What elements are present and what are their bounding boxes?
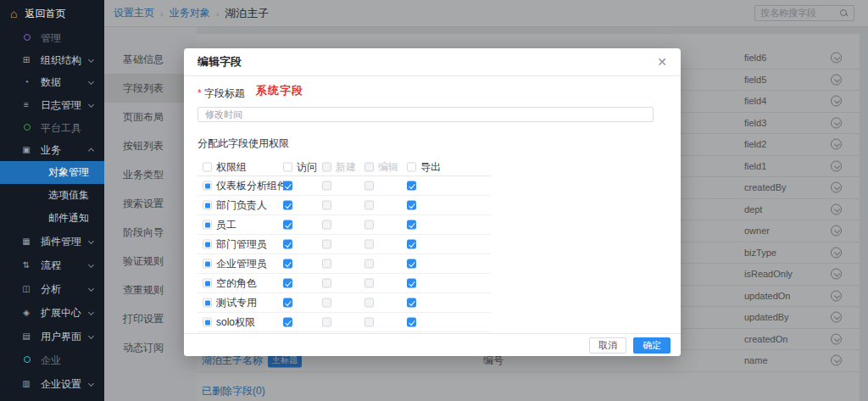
sidebar-item-yonghujiemian[interactable]: ▤ 用户界面 xyxy=(0,325,104,348)
permission-table-header: 权限组 访问 新建 编辑 导出 xyxy=(198,159,491,176)
access-checkbox[interactable] xyxy=(283,201,292,210)
access-all-checkbox[interactable] xyxy=(283,163,292,172)
export-checkbox[interactable] xyxy=(407,220,416,230)
create-checkbox xyxy=(322,259,331,269)
org-icon: ⊞ xyxy=(21,56,31,64)
access-checkbox[interactable] xyxy=(283,181,292,191)
building-icon: ▥ xyxy=(21,380,31,388)
close-icon[interactable]: ✕ xyxy=(657,56,667,68)
sidebar-item-pingtaigongju[interactable]: 平台工具 xyxy=(0,117,104,139)
create-checkbox xyxy=(322,181,331,191)
access-checkbox[interactable] xyxy=(283,240,292,249)
edit-checkbox xyxy=(364,298,374,308)
sidebar-home[interactable]: ⌂ 返回首页 xyxy=(0,0,104,27)
export-checkbox[interactable] xyxy=(407,318,416,327)
chevron-down-icon xyxy=(88,238,94,244)
export-checkbox[interactable] xyxy=(407,259,416,269)
sidebar-item-liucheng[interactable]: ⇅ 流程 xyxy=(0,253,104,277)
access-checkbox[interactable] xyxy=(283,279,292,288)
create-checkbox xyxy=(322,279,331,288)
permission-row: 仪表板分析组件 xyxy=(198,176,491,196)
export-checkbox[interactable] xyxy=(407,279,416,288)
access-checkbox[interactable] xyxy=(283,220,292,230)
permission-row: solo权限 xyxy=(198,313,491,332)
sidebar-item-qiyeshezhi[interactable]: ▥ 企业设置 xyxy=(0,372,104,396)
home-label: 返回首页 xyxy=(25,7,65,21)
group-checkbox[interactable] xyxy=(203,181,212,191)
access-checkbox[interactable] xyxy=(283,318,292,327)
home-icon: ⌂ xyxy=(10,8,17,19)
group-checkbox[interactable] xyxy=(203,201,212,210)
group-checkbox[interactable] xyxy=(203,240,212,249)
ok-button[interactable]: 确定 xyxy=(633,337,670,354)
chart-icon: ◫ xyxy=(21,285,31,293)
sidebar-item-rizhiguanli[interactable]: ≡ 日志管理 xyxy=(0,93,104,117)
create-checkbox xyxy=(322,240,331,249)
layout-icon: ▤ xyxy=(21,332,31,341)
edit-checkbox xyxy=(364,201,374,210)
sidebar-subitem-duixiangguanli[interactable]: 对象管理 xyxy=(0,161,104,184)
sidebar-item-yewu[interactable]: ▣ 业务 xyxy=(0,139,104,161)
circle-icon xyxy=(21,124,31,132)
chevron-down-icon xyxy=(88,57,94,63)
group-checkbox[interactable] xyxy=(203,279,212,288)
cancel-button[interactable]: 取消 xyxy=(589,337,626,354)
permission-row: 企业管理员 xyxy=(198,254,491,274)
sidebar-subitem-youjiantongzhi[interactable]: 邮件通知 xyxy=(0,207,104,230)
list-icon: ≡ xyxy=(21,101,31,109)
create-checkbox xyxy=(322,201,331,210)
chevron-down-icon xyxy=(88,262,94,268)
sidebar-subitem-xuanxiangzhiji[interactable]: 选项值集 xyxy=(0,184,104,207)
edit-checkbox xyxy=(364,220,374,230)
access-checkbox[interactable] xyxy=(283,259,292,269)
permission-list: 仪表板分析组件 部门负责人 员工 xyxy=(198,176,491,346)
edit-all-checkbox xyxy=(364,163,374,172)
group-checkbox[interactable] xyxy=(203,220,212,230)
sidebar-item-zuzhijiegou[interactable]: ⊞ 组织结构 xyxy=(0,49,104,71)
permission-row: 空的角色 xyxy=(198,274,491,293)
chevron-down-icon xyxy=(88,286,94,292)
sidebar-item-kuozhanzhongxin[interactable]: ◈ 扩展中心 xyxy=(0,301,104,325)
briefcase-icon: ▣ xyxy=(21,146,31,154)
group-checkbox[interactable] xyxy=(203,318,212,327)
permission-row: 部门管理员 xyxy=(198,235,491,254)
chevron-down-icon xyxy=(88,309,94,315)
puzzle-icon: ◈ xyxy=(21,309,31,317)
create-checkbox xyxy=(322,220,331,230)
sidebar-item-qiye[interactable]: 企业 xyxy=(0,348,104,372)
perm-section-title: 分配此字段使用权限 xyxy=(198,136,667,151)
sidebar-item-chajianguanli[interactable]: ▦ 插件管理 xyxy=(0,230,104,253)
edit-checkbox xyxy=(364,318,374,327)
modal-title: 编辑字段 xyxy=(198,54,242,70)
edit-field-modal: 编辑字段 ✕ *字段标题 系统字段 修改时间 分配此字段使用权限 权限组 访问 … xyxy=(184,48,681,356)
app: ⌂ 返回首页 管理 ⊞ 组织结构 ◔ 数据 ≡ 日志管理 平台工具 ▣ 业务 对… xyxy=(0,0,868,401)
export-checkbox[interactable] xyxy=(407,240,416,249)
export-checkbox[interactable] xyxy=(407,298,416,308)
permission-row: 部门负责人 xyxy=(198,196,491,215)
chevron-down-icon xyxy=(88,79,94,85)
export-checkbox[interactable] xyxy=(407,181,416,191)
export-checkbox[interactable] xyxy=(407,201,416,210)
group-checkbox[interactable] xyxy=(203,259,212,269)
export-all-checkbox[interactable] xyxy=(407,163,416,172)
sidebar: ⌂ 返回首页 管理 ⊞ 组织结构 ◔ 数据 ≡ 日志管理 平台工具 ▣ 业务 对… xyxy=(0,0,104,401)
permission-row: 测试专用 xyxy=(198,293,491,313)
sidebar-item-xitonganquan[interactable]: ◉ 系统安全 xyxy=(0,396,104,401)
system-field-annotation: 系统字段 xyxy=(256,83,303,98)
edit-checkbox xyxy=(364,279,374,288)
chevron-down-icon xyxy=(88,102,94,108)
sidebar-item-shuju[interactable]: ◔ 数据 xyxy=(0,71,104,93)
select-all-checkbox[interactable] xyxy=(203,163,212,172)
circle-icon xyxy=(21,34,31,42)
chevron-up-icon xyxy=(88,148,94,153)
edit-checkbox xyxy=(364,181,374,191)
group-checkbox[interactable] xyxy=(203,298,212,308)
create-all-checkbox xyxy=(322,163,331,172)
access-checkbox[interactable] xyxy=(283,298,292,308)
permission-table: 权限组 访问 新建 编辑 导出 仪表板分析组件 部门负责人 xyxy=(198,159,491,346)
sidebar-item-fenxi[interactable]: ◫ 分析 xyxy=(0,277,104,301)
flow-icon: ⇅ xyxy=(21,261,31,270)
sidebar-item-guanli[interactable]: 管理 xyxy=(0,27,104,49)
field-title-input[interactable]: 修改时间 xyxy=(198,107,654,122)
edit-checkbox xyxy=(364,259,374,269)
